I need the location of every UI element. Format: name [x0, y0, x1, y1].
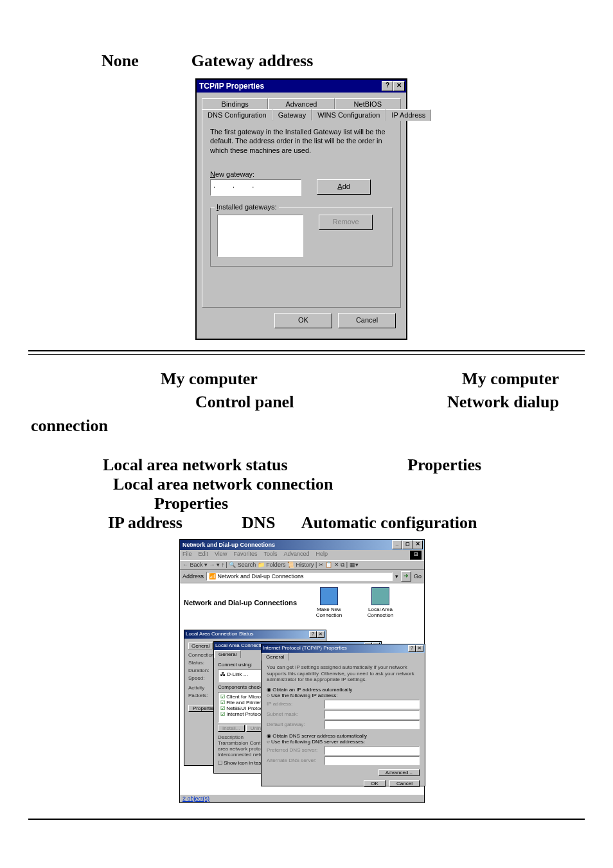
tab-general-nd3[interactable]: General	[262, 653, 289, 660]
text-ip-address: IP address	[28, 513, 182, 532]
installed-gateways-group: Installed gateways:Installed gateways: R…	[210, 208, 393, 267]
tab-ip-address[interactable]: IP Address	[386, 109, 431, 121]
icon-make-label: Make New Connection	[316, 607, 342, 618]
tab-netbios[interactable]: NetBIOS	[335, 98, 401, 109]
maximize-icon[interactable]: ◻	[402, 540, 413, 549]
menu-advanced[interactable]: Advanced	[283, 551, 309, 560]
network-icon	[371, 587, 389, 605]
heading-none: None	[102, 51, 139, 71]
nd3-info-text: You can get IP settings assigned automat…	[267, 664, 420, 683]
heading-gateway-address: Gateway address	[191, 51, 313, 71]
new-gateway-label: NNew gateway:ew gateway:	[210, 170, 393, 178]
menu-tools[interactable]: Tools	[263, 551, 277, 560]
tcpip-v4-properties-dialog: Internet Protocol (TCP/IP) Properties ? …	[261, 644, 425, 786]
gateway-tab-panel: The first gateway in the Installed Gatew…	[202, 120, 401, 308]
subnet-mask-label: Subnet mask:	[267, 711, 324, 717]
help-icon[interactable]: ?	[408, 645, 416, 652]
radio-obtain-dns[interactable]: Obtain DNS server address automatically	[267, 733, 420, 739]
tab-row-2: DNS Configuration Gateway WINS Configura…	[202, 109, 401, 120]
icon-make-new-connection[interactable]: Make New Connection	[310, 587, 348, 618]
mid-paragraph: My computer My computer Control panel Ne…	[28, 368, 585, 438]
menu-edit[interactable]: Edit	[199, 551, 209, 560]
text-connection: connection	[28, 414, 585, 438]
ip-address-label: IP address:	[267, 701, 324, 707]
radio-obtain-ip[interactable]: Obtain an IP address automatically	[267, 687, 420, 693]
icon-local-area-connection[interactable]: Local Area Connection	[361, 587, 400, 618]
alternate-dns-label: Alternate DNS server:	[267, 757, 324, 763]
close-button[interactable]: ✕	[393, 81, 405, 91]
close-icon[interactable]: ✕	[317, 631, 324, 638]
preferred-dns-input[interactable]	[324, 746, 420, 755]
radio-use-ip[interactable]: Use the following IP address:	[267, 693, 420, 698]
explorer-statusbar: 2 object(s)	[180, 794, 424, 802]
explorer-titlebar: Network and Dial-up Connections _ ◻ ✕	[180, 540, 424, 550]
tab-wins-configuration[interactable]: WINS Configuration	[312, 109, 386, 121]
lan-status-title: Local Area Connection Status	[186, 631, 309, 638]
text-network-dialup: Network dialup	[447, 391, 585, 414]
subnet-mask-input[interactable]	[324, 710, 420, 719]
tcpip-v4-title: Internet Protocol (TCP/IP) Properties	[263, 645, 408, 652]
text-my-computer-left: My computer	[28, 369, 258, 388]
radio-use-dns[interactable]: Use the following DNS server addresses:	[267, 739, 420, 745]
default-gateway-label: Default gateway:	[267, 722, 324, 727]
tab-bindings[interactable]: Bindings	[202, 98, 268, 109]
explorer-title: Network and Dial-up Connections	[182, 542, 392, 548]
default-gateway-input[interactable]	[324, 720, 420, 729]
go-label: Go	[414, 573, 422, 580]
text-my-computer-right: My computer	[462, 368, 585, 391]
cancel-button[interactable]: Cancel	[338, 313, 396, 328]
tab-dns-configuration[interactable]: DNS Configuration	[202, 109, 272, 121]
add-button[interactable]: AddAdd	[317, 179, 371, 195]
minimize-icon[interactable]: _	[392, 540, 402, 549]
nd3-ok-button[interactable]: OK	[364, 780, 386, 787]
menu-help[interactable]: Help	[315, 551, 328, 560]
titlebar-text: TCP/IP Properties	[199, 82, 382, 91]
menu-view[interactable]: View	[215, 551, 227, 560]
explorer-window: Network and Dial-up Connections _ ◻ ✕ Fi…	[179, 539, 425, 803]
gateway-help-text: The first gateway in the Installed Gatew…	[210, 127, 393, 155]
text-dns: DNS	[186, 513, 275, 532]
close-icon[interactable]: ✕	[416, 645, 423, 652]
text-auto-config: Automatic configuration	[280, 513, 477, 532]
ip-address-input[interactable]	[324, 700, 420, 709]
text-lan-status: Local area network status	[28, 456, 288, 474]
tab-general-nd2[interactable]: General	[214, 650, 241, 658]
help-icon[interactable]: ?	[309, 631, 317, 638]
tcpip-properties-dialog: TCP/IP Properties ? ✕ Bindings Advanced …	[195, 78, 407, 340]
explorer-menubar: File Edit View Favorites Tools Advanced …	[180, 550, 424, 560]
address-label: Address	[182, 573, 204, 580]
section-2: Local area network status Properties Loc…	[28, 456, 585, 533]
remove-button[interactable]: Remove	[319, 215, 373, 230]
text-properties-2: Properties	[28, 494, 585, 513]
ok-button[interactable]: OK	[274, 313, 332, 328]
windows-logo-icon: ⊞	[410, 551, 422, 560]
tab-general-nd1[interactable]: General	[188, 642, 213, 649]
tab-advanced[interactable]: Advanced	[268, 98, 334, 109]
alternate-dns-input[interactable]	[324, 756, 420, 765]
address-input[interactable]: 📶 Network and Dial-up Connections	[206, 572, 393, 581]
advanced-button[interactable]: Advanced...	[378, 769, 420, 776]
menu-favorites[interactable]: Favorites	[233, 551, 257, 560]
text-lan-connection: Local area network connection	[28, 475, 585, 494]
dialog-button-row: OK Cancel	[202, 308, 401, 333]
new-gateway-input[interactable]: . . .	[210, 179, 301, 196]
nd3-cancel-button[interactable]: Cancel	[389, 780, 420, 787]
go-button[interactable]: ➜	[401, 571, 411, 581]
install-button[interactable]: Install...	[218, 725, 245, 732]
installed-gateways-list[interactable]	[217, 215, 303, 257]
wizard-icon	[320, 587, 338, 605]
explorer-toolbar[interactable]: ← Back ▾ → ▾ ↑ | 🔍 Search 📁 Folders 📜 Hi…	[180, 560, 424, 570]
explorer-body: Network and Dial-up Connections Make New…	[180, 583, 424, 630]
titlebar: TCP/IP Properties ? ✕	[197, 80, 406, 93]
explorer-body-heading: Network and Dial-up Connections	[184, 587, 297, 607]
text-control-panel: Control panel	[28, 393, 294, 411]
icon-local-label: Local Area Connection	[368, 607, 393, 618]
close-icon[interactable]: ✕	[413, 540, 423, 549]
explorer-address-bar: Address 📶 Network and Dial-up Connection…	[180, 570, 424, 583]
help-button[interactable]: ?	[382, 81, 393, 91]
installed-gateways-label: Installed gateways:Installed gateways:	[215, 203, 279, 211]
tab-gateway[interactable]: Gateway	[272, 109, 312, 121]
text-properties-1: Properties	[292, 456, 481, 474]
menu-file[interactable]: File	[182, 551, 192, 560]
address-dropdown-icon[interactable]: ▾	[395, 573, 398, 580]
